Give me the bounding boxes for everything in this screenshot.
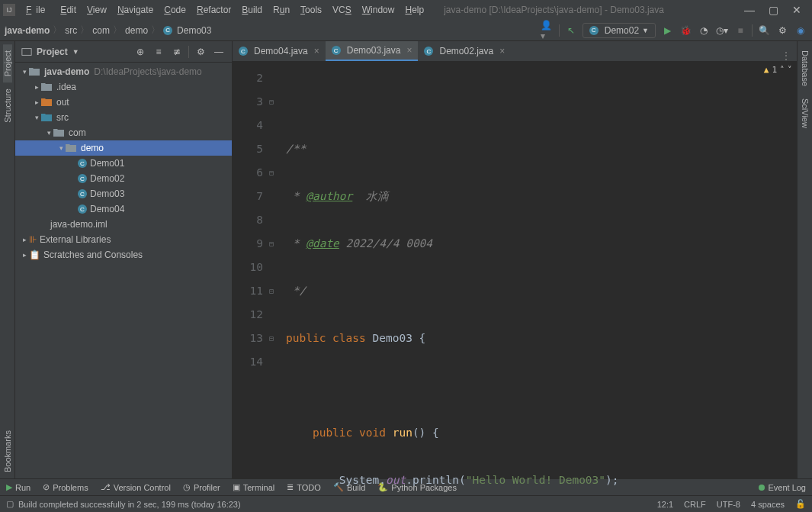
sidebar-tab-project[interactable]: Project xyxy=(3,44,12,82)
run-icon: ▶ xyxy=(6,482,12,492)
menu-edit[interactable]: Edit xyxy=(56,3,81,17)
code-editor[interactable]: ▲ 1 ˄ ˅ 234567891011121314 ⊟ ⊟ ⊟ ⊟ ⊟ /**… xyxy=(233,62,797,512)
menu-vcs[interactable]: VCS xyxy=(328,3,356,17)
app-logo-icon: IJ xyxy=(3,4,15,16)
status-message: Build completed successfully in 2 sec, 1… xyxy=(18,500,241,509)
menu-navigate[interactable]: Navigate xyxy=(113,3,158,17)
menu-build[interactable]: Build xyxy=(237,3,267,17)
search-everywhere-button[interactable]: 🔍 xyxy=(757,24,771,37)
svg-rect-0 xyxy=(22,48,31,55)
tool-problems[interactable]: ⊘Problems xyxy=(43,482,88,492)
tree-src[interactable]: ▾ src xyxy=(15,110,232,125)
hide-panel-icon[interactable]: — xyxy=(212,45,226,59)
class-icon: C xyxy=(163,26,172,35)
class-icon: C xyxy=(78,189,87,198)
crumb-project[interactable]: java-demo xyxy=(5,25,50,36)
crumb-src[interactable]: src xyxy=(65,25,77,36)
locate-icon[interactable]: ⊕ xyxy=(133,45,147,59)
menu-run[interactable]: Run xyxy=(268,3,294,17)
tree-com[interactable]: ▾ com xyxy=(15,125,232,140)
close-button[interactable]: ✕ xyxy=(792,4,801,16)
tree-file-demo01[interactable]: CDemo01 xyxy=(15,156,232,171)
collapse-all-icon[interactable]: ≢ xyxy=(170,45,184,59)
editor-tabs: C Demo04.java× C Demo03.java× C Demo02.j… xyxy=(233,41,797,62)
vcs-icon: ⎇ xyxy=(101,482,111,492)
chevron-down-icon: ▼ xyxy=(642,27,649,34)
crumb-demo[interactable]: demo xyxy=(125,25,148,36)
run-button[interactable]: ▶ xyxy=(660,24,674,37)
right-tool-rail: Database SciView xyxy=(797,41,812,478)
tree-idea[interactable]: ▸ .idea xyxy=(15,79,232,95)
problems-icon: ⊘ xyxy=(43,482,50,492)
fold-gutter[interactable]: ⊟ ⊟ ⊟ ⊟ ⊟ xyxy=(269,62,281,512)
tree-out[interactable]: ▸ out xyxy=(15,95,232,110)
title-bar: IJ File Edit View Navigate Code Refactor… xyxy=(0,0,812,20)
sidebar-tab-bookmarks[interactable]: Bookmarks xyxy=(3,424,12,478)
coverage-button[interactable]: ◔ xyxy=(697,24,711,37)
project-tree: ▾ java-demoD:\IdeaProjects\java-demo ▸ .… xyxy=(15,63,232,478)
profiler-icon: ◷ xyxy=(183,482,191,492)
panel-settings-icon[interactable]: ⚙ xyxy=(194,45,207,59)
project-tool-window: Project ▼ ⊕ ≡ ≢ ⚙ — ▾ java-demoD:\IdeaPr… xyxy=(15,41,233,478)
class-icon: C xyxy=(239,47,248,56)
sidebar-tab-database[interactable]: Database xyxy=(801,44,810,92)
sidebar-tab-sciview[interactable]: SciView xyxy=(801,92,810,134)
run-config-icon: C xyxy=(589,26,599,35)
settings-button[interactable]: ⚙ xyxy=(775,24,789,37)
run-configuration-selector[interactable]: C Demo02 ▼ xyxy=(583,23,656,38)
tree-scratches[interactable]: ▸📋Scratches and Consoles xyxy=(15,247,232,262)
close-icon[interactable]: × xyxy=(406,45,412,56)
breadcrumb: java-demo 〉 src 〉 com 〉 demo 〉 C Demo03 xyxy=(5,24,211,37)
tree-demo[interactable]: ▾ demo xyxy=(15,140,232,156)
stop-button[interactable]: ■ xyxy=(733,24,747,37)
plugins-button[interactable]: ◉ xyxy=(794,24,807,37)
code-content[interactable]: /** * @author 水滴 * @date 2022/4/4 0004 *… xyxy=(281,62,797,512)
chevron-down-icon[interactable]: ▼ xyxy=(72,48,79,56)
add-user-icon[interactable]: 👤▾ xyxy=(541,24,554,37)
editor-area: C Demo04.java× C Demo03.java× C Demo02.j… xyxy=(233,41,797,478)
tree-file-demo03[interactable]: CDemo03 xyxy=(15,186,232,201)
sidebar-tab-structure[interactable]: Structure xyxy=(3,82,12,129)
menu-view[interactable]: View xyxy=(82,3,111,17)
expand-all-icon[interactable]: ≡ xyxy=(152,45,165,59)
main-menu: File Edit View Navigate Code Refactor Bu… xyxy=(21,3,428,17)
left-tool-rail: Project Structure Bookmarks xyxy=(0,41,15,478)
tool-profiler[interactable]: ◷Profiler xyxy=(183,482,220,492)
build-hammer-icon[interactable]: ↖ xyxy=(564,24,578,37)
editor-tab-demo03[interactable]: C Demo03.java× xyxy=(326,41,419,61)
status-icon[interactable]: ▢ xyxy=(6,499,14,509)
tree-iml[interactable]: java-demo.iml xyxy=(15,217,232,232)
crumb-class[interactable]: Demo03 xyxy=(177,25,211,36)
editor-tab-demo04[interactable]: C Demo04.java× xyxy=(233,41,326,61)
menu-file[interactable]: File xyxy=(21,3,54,17)
run-config-label: Demo02 xyxy=(605,25,639,36)
class-icon: C xyxy=(78,174,87,183)
class-icon: C xyxy=(78,204,87,214)
tabs-more-icon[interactable]: ⋮ xyxy=(775,50,797,61)
profiler-button[interactable]: ◷▾ xyxy=(715,24,729,37)
tree-external[interactable]: ▸⊪External Libraries xyxy=(15,232,232,247)
tree-file-demo04[interactable]: CDemo04 xyxy=(15,201,232,217)
maximize-button[interactable]: ▢ xyxy=(769,4,778,16)
line-number-gutter: 234567891011121314 xyxy=(233,62,269,512)
tree-root[interactable]: ▾ java-demoD:\IdeaProjects\java-demo xyxy=(15,64,232,79)
minimize-button[interactable]: — xyxy=(744,4,755,16)
close-icon[interactable]: × xyxy=(499,46,505,56)
menu-tools[interactable]: Tools xyxy=(296,3,326,17)
tree-file-demo02[interactable]: CDemo02 xyxy=(15,171,232,186)
close-icon[interactable]: × xyxy=(314,46,319,56)
tool-run[interactable]: ▶Run xyxy=(6,482,30,492)
editor-tab-demo02[interactable]: C Demo02.java× xyxy=(418,41,511,61)
menu-code[interactable]: Code xyxy=(159,3,191,17)
class-icon: C xyxy=(78,159,87,168)
project-view-icon xyxy=(21,47,32,57)
menu-help[interactable]: Help xyxy=(400,3,428,17)
lock-icon[interactable]: 🔓 xyxy=(795,499,806,509)
debug-button[interactable]: 🐞 xyxy=(679,24,692,37)
menu-refactor[interactable]: Refactor xyxy=(192,3,236,17)
panel-title: Project xyxy=(37,47,68,57)
crumb-com[interactable]: com xyxy=(92,25,110,36)
navigation-bar: java-demo 〉 src 〉 com 〉 demo 〉 C Demo03 … xyxy=(0,20,812,41)
menu-window[interactable]: Window xyxy=(358,3,400,17)
tool-vcs[interactable]: ⎇Version Control xyxy=(101,482,171,492)
